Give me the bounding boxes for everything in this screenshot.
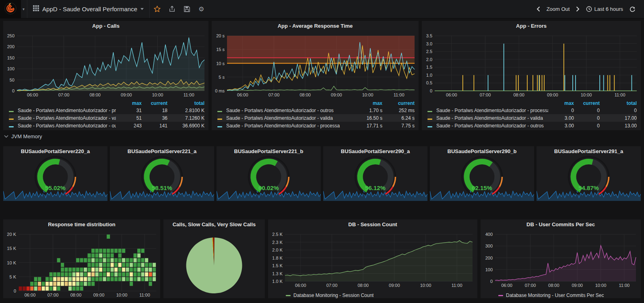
legend-series-name[interactable]: Saude - Portalws AtendimentoAutorizador … <box>226 115 350 121</box>
series-swatch <box>217 119 222 120</box>
tick-label: 1.5 <box>426 65 432 70</box>
heatmap-cell <box>137 272 140 276</box>
gauge-arc <box>430 154 534 201</box>
legend-total-value: 13.00 <box>600 123 637 129</box>
heatmap-cell <box>111 249 114 253</box>
heatmap-cell <box>84 277 87 281</box>
settings-button[interactable]: ⚙ <box>194 0 208 18</box>
zoom-out-label: Zoom Out <box>547 6 570 12</box>
gauge-5-svg <box>537 154 641 201</box>
gauge: 55.02% <box>3 154 107 201</box>
tick-label: 1.0 <box>426 73 432 78</box>
legend-header-current[interactable]: current <box>142 100 167 106</box>
app-calls-chart: 05010015020025006:0007:0008:0009:0010:00… <box>3 33 208 100</box>
tick-label: 2.5 <box>426 49 432 54</box>
tick-label: 100 <box>7 66 14 71</box>
tick-label: 11:00 <box>394 92 405 97</box>
refresh-button[interactable] <box>627 0 638 18</box>
heatmap-cell <box>57 258 60 262</box>
time-range-picker[interactable]: Last 6 hours <box>583 0 626 18</box>
zoom-out-left-button[interactable] <box>534 0 543 18</box>
legend-series-name[interactable]: Database Monitoring - Session Count <box>293 293 374 298</box>
legend-total-value: 7.1260 K <box>167 115 204 121</box>
legend-row: Saude - Portalws AtendimentoAutorizador … <box>9 106 204 114</box>
legend-series-name[interactable]: Saude - Portalws AtendimentoAutorizador … <box>18 123 116 129</box>
db-sessions-legend: Database Monitoring - Session Count <box>268 291 477 300</box>
tick-label: 0 <box>14 289 16 293</box>
heatmap-cell <box>80 268 83 272</box>
legend-series-name[interactable]: Saude - Portalws AtendimentoAutorizador … <box>436 123 548 129</box>
heatmap-cell <box>111 254 114 258</box>
legend-header-max[interactable]: max <box>350 100 382 106</box>
heatmap-cell <box>141 258 144 262</box>
save-button[interactable] <box>180 0 194 18</box>
legend-header-current[interactable]: current <box>574 100 600 106</box>
heatmap-cell <box>141 268 144 272</box>
heatmap-cell <box>122 277 125 281</box>
tick-label: 15 s <box>216 47 225 52</box>
heatmap-cell <box>99 258 102 262</box>
panel-title-response-time[interactable]: App - Average Response Time <box>212 21 419 33</box>
grafana-logo[interactable] <box>0 0 21 18</box>
heatmap-cell <box>76 277 79 281</box>
gauge-arc <box>3 154 107 201</box>
panel-title-db-commits[interactable]: DB - User Commits Per Sec <box>481 219 641 231</box>
heatmap-cell <box>134 263 137 267</box>
heatmap-cell <box>50 277 53 281</box>
logo-chevron-down-icon[interactable]: ▾ <box>23 7 25 11</box>
panel-title-pie[interactable]: Calls, Slow Calls, Very Slow Calls <box>163 219 265 231</box>
heatmap-cell <box>88 263 91 267</box>
heatmap-cell <box>68 282 72 286</box>
heatmap-cell <box>76 268 79 272</box>
heatmap-cell <box>130 272 133 276</box>
heatmap-cell <box>53 272 56 276</box>
legend-header-current[interactable]: current <box>382 100 415 106</box>
gauge-4-svg <box>430 154 534 201</box>
legend-series-name[interactable]: Saude - Portalws AtendimentoAutorizador … <box>18 115 116 121</box>
row-header-jvm-memory[interactable]: JVM Memory <box>4 133 42 139</box>
heatmap-cell <box>80 287 83 291</box>
heatmap-cell <box>111 263 114 267</box>
heatmap-cell <box>95 268 99 272</box>
heatmap-cell <box>103 249 106 253</box>
legend-current-value: 252 ms <box>382 108 415 113</box>
legend-header-max[interactable]: max <box>116 100 142 106</box>
tick-label: 200 <box>7 44 14 49</box>
series-swatch <box>427 119 432 120</box>
heatmap-cell <box>145 263 148 267</box>
star-button[interactable] <box>150 0 165 18</box>
legend-series-name[interactable]: Saude - Portalws AtendimentoAutorizador … <box>226 123 350 129</box>
zoom-out-button[interactable]: Zoom Out <box>544 0 573 18</box>
heatmap-cell <box>134 254 137 258</box>
panel-title-db-sessions[interactable]: DB - Session Count <box>268 219 477 231</box>
legend-row: Saude - Portalws AtendimentoAutorizador … <box>427 114 637 122</box>
heatmap-cell <box>130 268 133 272</box>
tick-label: 10 K <box>7 260 16 265</box>
panel-title-heatmap[interactable]: Response time distribution <box>3 219 160 231</box>
legend-series-name[interactable]: Database Monitoring - User Commits Per S… <box>506 293 604 298</box>
legend-series-name[interactable]: Saude - Portalws AtendimentoAutorizador … <box>18 108 116 113</box>
panel-title-app-errors[interactable]: App - Errors <box>422 21 641 33</box>
heatmap-cell <box>65 277 68 281</box>
legend-header-total[interactable]: total <box>167 100 204 106</box>
legend-header-total[interactable]: total <box>600 100 637 106</box>
panel-title-app-calls[interactable]: App - Calls <box>3 21 208 33</box>
legend-series-name[interactable]: Saude - Portalws AtendimentoAutorizador … <box>436 108 548 113</box>
dashboard-selector[interactable]: AppD - Saude Overall Performance <box>27 0 150 18</box>
heatmap-cell <box>72 282 76 286</box>
legend-series-name[interactable]: Saude - Portalws AtendimentoAutorizador … <box>226 108 350 113</box>
heatmap-cell <box>114 249 118 253</box>
legend-current-value: 0 <box>574 108 600 113</box>
legend-total-value: 36.6900 K <box>167 123 204 129</box>
tick-label: 2.5 K <box>272 232 283 237</box>
zoom-out-right-button[interactable] <box>573 0 582 18</box>
legend-total-value: 17.00 <box>600 115 637 121</box>
heatmap-cell <box>23 287 26 291</box>
share-button[interactable] <box>165 0 180 18</box>
legend-series-name[interactable]: Saude - Portalws AtendimentoAutorizador … <box>436 115 548 121</box>
heatmap-cell <box>103 258 106 262</box>
tick-label: 08:00 <box>357 283 369 288</box>
chart-commits-svg: 010020030040006:0007:0008:0009:0010:0011… <box>481 231 641 289</box>
panel-response-time-distribution: Response time distribution 05 K10 K15 K2… <box>3 219 160 298</box>
legend-header-max[interactable]: max <box>548 100 574 106</box>
